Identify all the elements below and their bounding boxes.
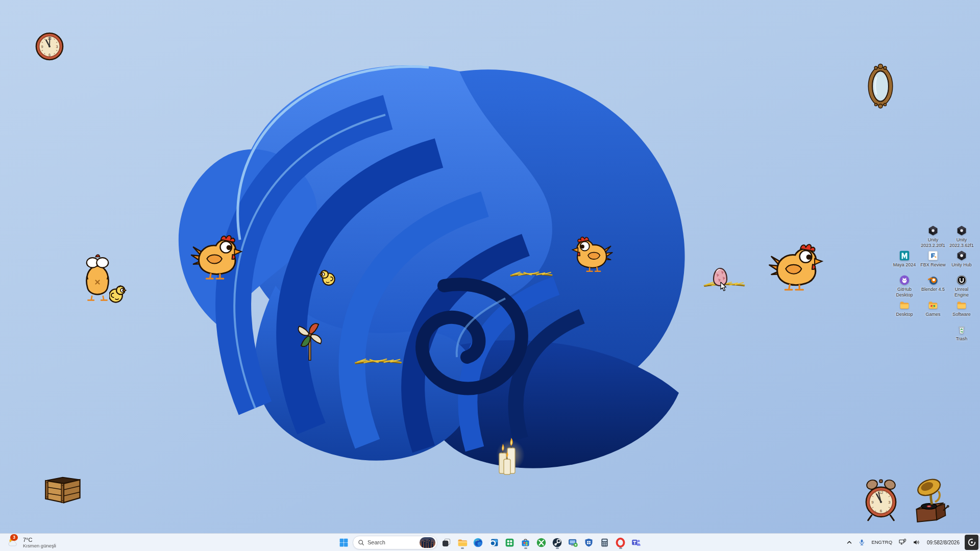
steam-icon — [552, 537, 562, 548]
tray-microphone-button[interactable] — [855, 535, 868, 549]
hay-pile[interactable] — [509, 269, 554, 278]
file-explorer-button[interactable] — [455, 535, 469, 549]
running-indicator — [556, 547, 559, 549]
microsoft-store-button[interactable] — [519, 535, 532, 549]
folder-icon — [956, 299, 967, 311]
candles[interactable] — [496, 438, 525, 481]
wooden-crate[interactable] — [41, 474, 84, 504]
chicken[interactable] — [190, 232, 245, 281]
maya-icon — [899, 250, 910, 261]
opera-button[interactable] — [614, 535, 627, 549]
desktop-icon-maya[interactable]: Maya 2024 — [890, 250, 919, 268]
task-view-icon — [441, 537, 452, 548]
running-indicator — [461, 547, 464, 549]
bloom-wallpaper — [0, 0, 980, 551]
desktop-icon-fbx-review[interactable]: FBX Review — [919, 250, 947, 268]
windows-logo-icon — [338, 537, 349, 548]
xbox-icon — [536, 537, 547, 548]
outlook-button[interactable] — [487, 535, 501, 549]
security-shield-icon — [583, 537, 594, 548]
microsoft-store-icon — [520, 537, 531, 548]
blender-icon — [927, 274, 939, 286]
desktop-icon-unity-2022[interactable]: Unity 2022.3.62f1 — [947, 225, 976, 248]
chick[interactable] — [319, 269, 337, 286]
desktop-icon-games-folder[interactable]: Games — [919, 299, 947, 317]
unreal-engine-icon — [956, 274, 967, 286]
desktop: Unity 2023.2.20f1 Unity 2022.3.62f1 Maya… — [0, 0, 980, 551]
teams-button[interactable] — [629, 535, 643, 549]
desktop-icon-desktop-folder[interactable]: Desktop — [890, 299, 919, 317]
weather-text: 7°C Kısmen güneşli — [23, 537, 56, 548]
tray-time: 09:58 — [927, 539, 940, 546]
weather-badge: 3 — [10, 534, 18, 541]
desktop-icon-github-desktop[interactable]: GitHub Desktop — [890, 274, 919, 298]
chick[interactable] — [109, 284, 130, 304]
weather-widget[interactable]: 3 7°C Kısmen güneşli — [2, 535, 61, 550]
recycle-bin-icon — [956, 324, 967, 335]
outlook-icon — [488, 537, 499, 548]
microphone-icon — [858, 538, 866, 546]
running-indicator — [524, 547, 527, 549]
games-folder-icon — [927, 299, 939, 311]
network-button[interactable] — [895, 535, 910, 549]
chicken[interactable] — [767, 241, 827, 291]
clock-widget[interactable]: 09:58 2/8/2026 — [923, 535, 963, 549]
tray-chevron-button[interactable] — [843, 535, 855, 549]
language-switcher[interactable]: ENG TRQ — [868, 535, 895, 549]
edge-icon — [473, 537, 483, 548]
calculator-icon — [599, 537, 610, 548]
desktop-icon-label: GitHub Desktop — [896, 287, 913, 298]
desktop-icon-blender[interactable]: Blender 4.5 — [919, 274, 947, 292]
steam-button[interactable] — [550, 535, 564, 549]
opera-icon — [615, 537, 626, 548]
volume-button[interactable] — [910, 535, 923, 549]
search-box[interactable]: Search — [353, 536, 437, 549]
ornate-mirror-pet[interactable] — [868, 62, 893, 109]
chicken[interactable] — [570, 230, 614, 278]
system-tray: ENG TRQ 09:58 2/8/2026 — [843, 534, 979, 551]
desktop-icon-label: Blender 4.5 — [921, 287, 945, 292]
desktop-icon-unity-2023[interactable]: Unity 2023.2.20f1 — [919, 225, 947, 248]
running-indicator — [619, 547, 622, 549]
desktop-icon-label: Games — [925, 312, 940, 317]
unity-hub-icon — [956, 250, 967, 261]
desktop-icon-label: Desktop — [896, 312, 913, 317]
desktop-icon-trash[interactable]: Trash — [947, 324, 976, 342]
corner-app-button[interactable] — [965, 535, 978, 550]
start-button[interactable] — [337, 535, 351, 549]
desktop-icon-unreal-engine[interactable]: Unreal Engine — [947, 274, 976, 298]
desktop-icon-software-folder[interactable]: Software — [947, 299, 976, 317]
alarm-clock-pet[interactable] — [864, 478, 898, 522]
file-explorer-icon — [457, 537, 468, 548]
fbx-review-icon — [927, 250, 939, 261]
green-tiles-app-icon — [504, 537, 515, 548]
chevron-up-icon — [846, 539, 853, 546]
xbox-button[interactable] — [534, 535, 548, 549]
security-shield-button[interactable] — [582, 535, 596, 549]
desktop-icon-label: Unity 2022.3.62f1 — [949, 237, 974, 248]
wall-clock-pet[interactable] — [35, 32, 64, 61]
search-daily-image[interactable] — [420, 537, 435, 548]
taskbar: 3 7°C Kısmen güneşli Search — [0, 533, 980, 551]
calculator-button[interactable] — [598, 535, 611, 549]
weather-condition: Kısmen güneşli — [23, 543, 56, 548]
pinwheel[interactable] — [295, 320, 325, 362]
task-view-button[interactable] — [439, 535, 453, 549]
gramophone-pet[interactable] — [911, 479, 949, 523]
desktop-icon-unity-hub[interactable]: Unity Hub — [947, 250, 976, 268]
unity-icon — [927, 225, 939, 236]
hay-pile[interactable] — [353, 356, 403, 366]
speaker-icon — [912, 538, 921, 546]
desktop-icon-label: Unreal Engine — [954, 287, 969, 298]
pc-tool-button[interactable] — [566, 535, 580, 549]
language-line2: TRQ — [882, 539, 892, 545]
chicken-looking-up[interactable] — [82, 252, 113, 304]
ethernet-network-icon — [898, 538, 907, 546]
pc-tool-icon — [568, 537, 578, 548]
folder-icon — [899, 299, 910, 311]
search-placeholder: Search — [368, 539, 416, 545]
green-tiles-app-button[interactable] — [503, 535, 517, 549]
desktop-icon-label: Unity 2023.2.20f1 — [921, 237, 945, 248]
tray-date: 2/8/2026 — [940, 539, 960, 546]
edge-button[interactable] — [471, 535, 485, 549]
